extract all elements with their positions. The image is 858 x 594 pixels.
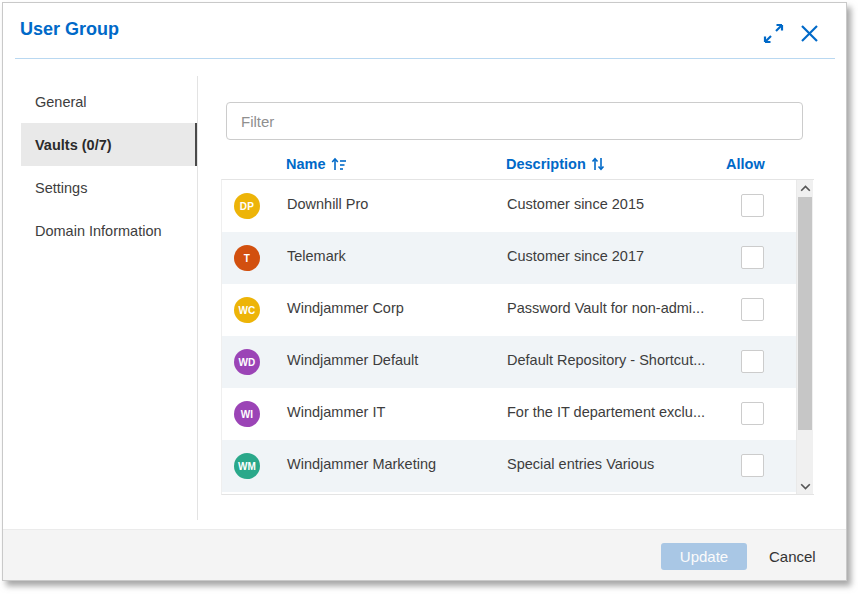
dialog-title: User Group — [20, 19, 119, 40]
vault-avatar: WD — [234, 349, 260, 375]
vault-avatar: WC — [234, 297, 260, 323]
close-icon-glyph — [798, 22, 821, 45]
vault-avatar: WI — [234, 401, 260, 427]
vaults-table-rows: DP Downhill Pro Customer since 2015 T Te… — [222, 180, 796, 494]
sidebar-item-label: Domain Information — [35, 223, 162, 239]
table-row[interactable]: DP Downhill Pro Customer since 2015 — [222, 180, 796, 232]
table-row[interactable]: WD Windjammer Default Default Repository… — [222, 336, 796, 388]
sort-unsorted-icon — [591, 157, 605, 171]
column-header-name[interactable]: Name — [286, 156, 347, 172]
table-row[interactable]: WI Windjammer IT For the IT departement … — [222, 388, 796, 440]
sidebar-item-vaults-0-7[interactable]: Vaults (0/7) — [21, 123, 197, 166]
column-header-allow-label: Allow — [726, 156, 765, 172]
vault-name: Telemark — [287, 248, 346, 264]
expand-icon[interactable] — [762, 22, 785, 45]
vault-name: Windjammer Marketing — [287, 456, 436, 472]
vault-description: Special entries Various — [507, 456, 654, 472]
table-row[interactable]: WC Windjammer Corp Password Vault for no… — [222, 284, 796, 336]
table-row[interactable]: T Telemark Customer since 2017 — [222, 232, 796, 284]
header-divider — [15, 58, 835, 59]
vault-avatar: WM — [234, 453, 260, 479]
sidebar-item-domain-information[interactable]: Domain Information — [21, 209, 197, 252]
dialog-footer: Update Cancel — [3, 529, 846, 580]
scrollbar-down-arrow-icon[interactable] — [797, 478, 813, 494]
vault-name: Windjammer Default — [287, 352, 418, 368]
vault-name: Windjammer Corp — [287, 300, 404, 316]
vaults-table: DP Downhill Pro Customer since 2015 T Te… — [221, 179, 814, 495]
allow-checkbox[interactable] — [741, 350, 764, 373]
close-icon[interactable] — [798, 22, 821, 45]
sort-ascending-icon — [331, 157, 347, 171]
expand-icon-glyph — [762, 22, 785, 45]
allow-checkbox[interactable] — [741, 454, 764, 477]
vertical-scrollbar[interactable] — [796, 180, 813, 494]
vault-description: Default Repository - Shortcut... — [507, 352, 705, 368]
filter-input[interactable] — [226, 102, 803, 140]
allow-checkbox[interactable] — [741, 246, 764, 269]
sidebar-item-label: General — [35, 94, 87, 110]
vault-description: For the IT departement exclu... — [507, 404, 705, 420]
sidebar-item-general[interactable]: General — [21, 80, 197, 123]
column-header-description[interactable]: Description — [506, 156, 605, 172]
sidebar-divider — [197, 76, 198, 520]
table-row[interactable]: WM Windjammer Marketing Special entries … — [222, 440, 796, 492]
vault-description: Customer since 2015 — [507, 196, 644, 212]
column-header-name-label: Name — [286, 156, 326, 172]
sidebar-item-settings[interactable]: Settings — [21, 166, 197, 209]
column-header-description-label: Description — [506, 156, 586, 172]
sidebar-item-label: Vaults (0/7) — [35, 137, 112, 153]
user-group-dialog: User Group General Vaults (0/7) Settings… — [2, 2, 847, 581]
scrollbar-up-arrow-icon[interactable] — [797, 180, 813, 196]
vault-avatar: T — [234, 245, 260, 271]
vault-avatar: DP — [234, 193, 260, 219]
vault-name: Windjammer IT — [287, 404, 385, 420]
update-button[interactable]: Update — [661, 543, 747, 570]
vault-name: Downhill Pro — [287, 196, 368, 212]
scrollbar-thumb[interactable] — [798, 197, 812, 430]
sidebar: General Vaults (0/7) Settings Domain Inf… — [21, 80, 197, 252]
sidebar-item-label: Settings — [35, 180, 87, 196]
allow-checkbox[interactable] — [741, 194, 764, 217]
allow-checkbox[interactable] — [741, 402, 764, 425]
allow-checkbox[interactable] — [741, 298, 764, 321]
cancel-button[interactable]: Cancel — [763, 543, 822, 570]
vault-description: Customer since 2017 — [507, 248, 644, 264]
vault-description: Password Vault for non-admi... — [507, 300, 704, 316]
column-header-allow: Allow — [726, 156, 765, 172]
